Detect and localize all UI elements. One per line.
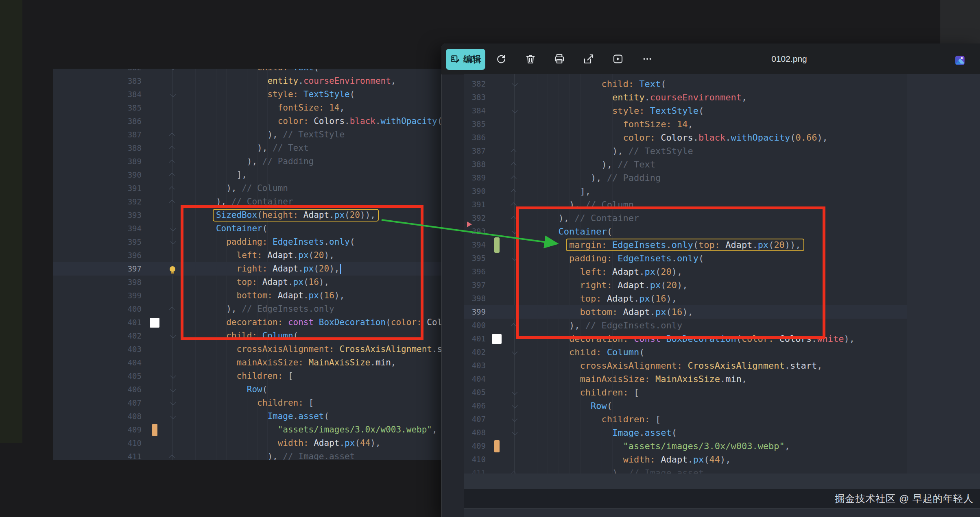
code-text[interactable]: children: [ <box>523 413 907 426</box>
code-text[interactable]: color: Colors.black.withOpacity(0.66), <box>182 115 441 128</box>
fold-marker-icon[interactable] <box>512 349 517 354</box>
fold-marker-icon[interactable] <box>170 373 176 378</box>
code-text[interactable]: crossAxisAlignment: CrossAxisAlignment.s… <box>182 343 441 356</box>
fold-marker-icon[interactable] <box>512 402 517 408</box>
code-text[interactable]: "assets/images/3.0x/w003.webp", <box>182 423 441 437</box>
fold-marker-icon[interactable] <box>169 159 175 165</box>
code-text[interactable]: ), // Container <box>182 195 441 209</box>
code-text[interactable]: Container( <box>182 222 441 235</box>
code-text[interactable]: mainAxisSize: MainAxisSize.min, <box>523 372 907 386</box>
code-text[interactable]: Row( <box>523 399 907 413</box>
code-text[interactable]: ), // TextStyle <box>523 144 907 158</box>
more-button[interactable] <box>638 50 656 68</box>
fold-marker-icon[interactable] <box>170 225 176 231</box>
fold-marker-icon[interactable] <box>511 202 517 208</box>
share-button[interactable] <box>580 50 598 68</box>
code-text[interactable]: child: Text( <box>523 77 907 91</box>
fold-marker-icon[interactable] <box>512 228 517 234</box>
code-text[interactable]: ), // Text <box>182 141 441 155</box>
code-text[interactable]: ), // Image.asset <box>523 466 907 474</box>
code-text[interactable]: left: Adapt.px(20), <box>182 249 441 262</box>
code-text[interactable]: entity.courseEnvironment, <box>182 74 441 88</box>
code-text[interactable]: ], <box>523 185 907 198</box>
code-text[interactable]: "assets/images/3.0x/w003.webp", <box>523 439 907 453</box>
code-text[interactable]: width: Adapt.px(44), <box>523 453 907 466</box>
fold-marker-icon[interactable] <box>511 176 517 181</box>
code-text[interactable]: ), // TextStyle <box>182 128 441 141</box>
code-text[interactable]: entity.courseEnvironment, <box>523 91 907 104</box>
code-text[interactable]: children: [ <box>182 396 441 410</box>
code-text[interactable]: ), // Padding <box>182 155 441 168</box>
fold-marker-icon[interactable] <box>170 332 176 338</box>
code-text[interactable]: fontSize: 14, <box>182 101 441 115</box>
code-text[interactable]: ), // Container <box>523 211 907 225</box>
lightbulb-icon[interactable] <box>170 266 175 272</box>
code-text[interactable]: top: Adapt.px(16), <box>523 292 907 305</box>
code-text[interactable]: mainAxisSize: MainAxisSize.min, <box>182 356 441 369</box>
code-text[interactable]: ), // Column <box>523 198 907 211</box>
fold-marker-icon[interactable] <box>169 454 175 460</box>
fold-marker-icon[interactable] <box>170 413 176 419</box>
code-text[interactable]: color: Colors.black.withOpacity(0.66), <box>523 131 907 144</box>
fold-marker-icon[interactable] <box>511 471 517 474</box>
code-text[interactable]: child: Column( <box>523 345 907 359</box>
code-text[interactable]: children: [ <box>182 369 441 383</box>
fold-marker-icon[interactable] <box>170 239 176 244</box>
rotate-button[interactable] <box>492 50 510 68</box>
fold-marker-icon[interactable] <box>512 255 517 261</box>
fold-marker-icon[interactable] <box>170 69 176 70</box>
code-text[interactable]: child: Column( <box>182 329 441 343</box>
delete-button[interactable] <box>522 50 539 68</box>
code-text[interactable]: bottom: Adapt.px(16), <box>523 305 907 319</box>
code-text[interactable]: width: Adapt.px(44), <box>182 437 441 450</box>
code-text[interactable]: ), // EdgeInsets.only <box>182 302 441 316</box>
fold-marker-icon[interactable] <box>169 146 175 152</box>
fold-marker-icon[interactable] <box>511 216 517 222</box>
fold-marker-icon[interactable] <box>512 80 517 86</box>
fold-marker-icon[interactable] <box>169 133 175 138</box>
code-text[interactable]: ), // EdgeInsets.only <box>523 319 907 332</box>
code-text[interactable]: padding: EdgeInsets.only( <box>182 235 441 249</box>
fold-marker-icon[interactable] <box>170 386 176 392</box>
code-text[interactable]: children: [ <box>523 386 907 399</box>
code-text[interactable]: decoration: const BoxDecoration(color: C… <box>182 316 441 329</box>
code-text[interactable]: style: TextStyle( <box>523 104 907 117</box>
code-text[interactable]: fontSize: 14, <box>523 117 907 131</box>
fold-marker-icon[interactable] <box>169 173 175 178</box>
fold-marker-icon[interactable] <box>169 307 175 313</box>
fold-marker-icon[interactable] <box>511 149 517 154</box>
fold-marker-icon[interactable] <box>512 389 517 395</box>
code-text[interactable]: bottom: Adapt.px(16), <box>182 289 441 302</box>
fold-marker-icon[interactable] <box>512 107 517 113</box>
code-text[interactable]: left: Adapt.px(20), <box>523 265 907 278</box>
edit-button[interactable]: 编辑 <box>446 49 485 70</box>
fold-marker-icon[interactable] <box>169 200 175 205</box>
fold-marker-icon[interactable] <box>512 416 517 421</box>
code-text[interactable]: SizedBox(height: Adapt.px(20)), <box>182 209 441 222</box>
code-text[interactable]: Row( <box>182 383 441 396</box>
code-text[interactable]: padding: EdgeInsets.only( <box>523 252 907 265</box>
code-text[interactable]: style: TextStyle( <box>182 88 441 101</box>
code-text[interactable]: decoration: const BoxDecoration(color: C… <box>523 332 907 345</box>
fold-marker-icon[interactable] <box>170 400 176 405</box>
code-text[interactable]: right: Adapt.px(20), <box>523 278 907 292</box>
fold-marker-icon[interactable] <box>511 162 517 168</box>
code-text[interactable]: ), // Padding <box>523 171 907 185</box>
fold-marker-icon[interactable] <box>512 429 517 435</box>
code-text[interactable]: Container( <box>523 225 907 238</box>
print-button[interactable] <box>550 50 568 68</box>
code-text[interactable]: Image.asset( <box>182 410 441 423</box>
fold-marker-icon[interactable] <box>170 91 176 97</box>
fold-marker-icon[interactable] <box>169 186 175 192</box>
code-text[interactable]: ), // Text <box>523 158 907 171</box>
code-text[interactable]: crossAxisAlignment: CrossAxisAlignment.s… <box>523 359 907 372</box>
fold-marker-icon[interactable] <box>511 323 517 329</box>
code-text[interactable]: margin: EdgeInsets.only(top: Adapt.px(20… <box>523 238 907 252</box>
fold-marker-icon[interactable] <box>511 189 517 195</box>
code-text[interactable]: ), // Column <box>182 182 441 195</box>
code-text[interactable]: child: Text( <box>182 69 441 74</box>
code-editor-left[interactable]: 382child: Text(383entity.courseEnvironme… <box>53 69 441 460</box>
code-text[interactable]: ), // Image.asset <box>182 450 441 460</box>
code-text[interactable]: Image.asset( <box>523 426 907 439</box>
code-text[interactable]: right: Adapt.px(20), <box>182 262 441 276</box>
